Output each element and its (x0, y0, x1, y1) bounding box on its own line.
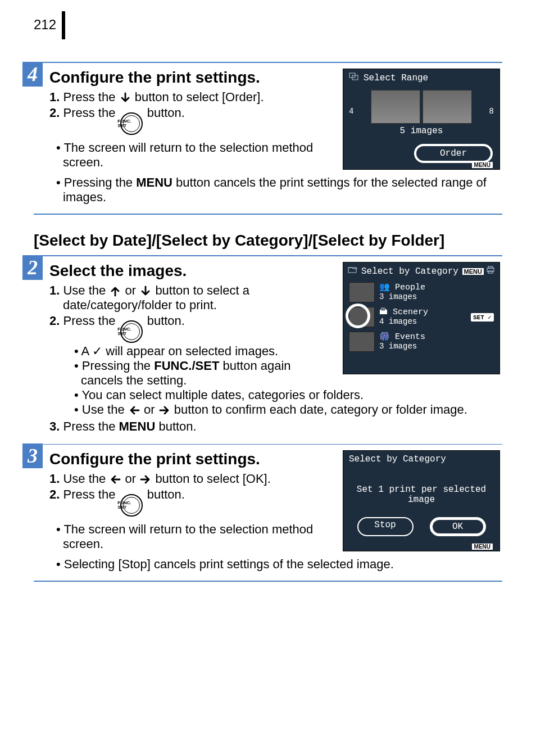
step-2-line-3: 3. Press the MENU button. (49, 419, 500, 434)
text: Use the (63, 283, 106, 297)
text: Use the (63, 472, 106, 486)
svg-rect-4 (488, 266, 493, 268)
category-name: Scenery (393, 307, 428, 317)
image-count: 5 images (343, 125, 499, 141)
text: button. (147, 314, 185, 328)
menu-indicator: MENU (472, 162, 493, 168)
menu-indicator: MENU (472, 544, 493, 550)
arrow-left-icon (109, 473, 121, 486)
stop-button[interactable]: Stop (357, 517, 414, 536)
thumbnail (423, 90, 472, 124)
category-row-events[interactable]: 🎆 Events 3 images (343, 329, 499, 354)
stop-button-label: Stop (374, 520, 396, 530)
arrow-right-icon (158, 404, 171, 417)
text: • Pressing the (56, 175, 136, 189)
category-row-scenery[interactable]: 🏔 Scenery 4 images SET ✓ (343, 305, 499, 329)
step-3-number: 3 (22, 443, 43, 468)
arrow-down-icon (119, 92, 131, 104)
num-label: 1. (49, 472, 60, 486)
text: button to select [Order]. (135, 90, 264, 104)
num-label: 2. (49, 314, 60, 328)
camera-screen-select-by-category: Select by Category MENU 👥 People (343, 262, 500, 374)
print-icon (486, 266, 495, 277)
num-label: 1. (49, 283, 60, 297)
page-number-block: 212 (34, 17, 502, 39)
category-icon (348, 266, 358, 277)
set-label: SET (473, 314, 484, 321)
people-icon: 👥 (379, 283, 395, 292)
step-2-line-2: 2. Press the FUNC.SET button. (49, 314, 334, 343)
bold-text: FUNC./SET (154, 359, 219, 373)
camera-screen-confirm: Select by Category Set 1 print per selec… (343, 450, 500, 551)
range-start-index: 4 (349, 107, 353, 116)
func-set-icon: FUNC.SET (120, 112, 143, 135)
text: button to confirm each date, category or… (174, 402, 467, 417)
step-3-line-1: 1. Use the or button to select [OK]. (49, 472, 334, 486)
step-3-line-2: 2. Press the FUNC.SET button. (49, 487, 334, 517)
category-count: 3 images (379, 293, 494, 301)
thumbnail (371, 90, 420, 124)
text: or (144, 402, 155, 417)
category-row-people[interactable]: 👥 People 3 images (343, 280, 499, 305)
step-2-sub-4: • Use the or button to confirm each date… (73, 402, 500, 417)
range-end-index: 8 (489, 107, 494, 116)
arrow-down-icon (139, 285, 152, 297)
func-set-icon: FUNC.SET (120, 320, 143, 343)
category-name: People (395, 283, 425, 292)
step-2: 2 Select the images. 1. Use the or (34, 255, 502, 444)
text: Press the (63, 106, 115, 120)
step-3-title: Configure the print settings. (49, 450, 334, 468)
text: or (125, 283, 137, 297)
text: button to select [OK]. (155, 472, 270, 486)
step-3-note-1: • The screen will return to the selectio… (53, 522, 334, 551)
order-button-label: Order (440, 148, 467, 159)
text: Press the (63, 487, 115, 501)
step-4-line-2: 2. Press the FUNC.SET button. (49, 106, 334, 135)
step-3: 3 Configure the print settings. 1. Use t… (34, 444, 502, 582)
text: Press the (63, 314, 115, 328)
step-2-number: 2 (22, 255, 43, 280)
num-label: 2. (49, 487, 60, 501)
num-label: 3. (49, 419, 60, 433)
category-count: 3 images (379, 342, 494, 351)
step-4: 4 Configure the print settings. 1. Press… (34, 62, 502, 215)
order-button[interactable]: Order (414, 144, 493, 163)
text: button. (155, 419, 196, 433)
func-set-icon: FUNC.SET (120, 494, 143, 517)
step-4-title: Configure the print settings. (49, 69, 334, 87)
text: Press the (63, 419, 119, 433)
scenery-icon: 🏔 (379, 307, 393, 317)
text: Press the (63, 90, 115, 104)
category-name: Events (395, 332, 425, 342)
highlight-circle-icon (346, 304, 370, 328)
text: button. (147, 106, 185, 120)
camera-title: Select by Category (349, 454, 446, 464)
step-2-sub-2: • Pressing the FUNC./SET button again ca… (73, 359, 334, 388)
camera-screen-select-range: Select Range 4 8 5 images Order MEN (343, 69, 500, 170)
select-range-icon (349, 73, 359, 83)
text: button. (147, 487, 185, 501)
thumbnail (349, 332, 375, 352)
thumbnail (349, 282, 375, 302)
ok-button[interactable]: OK (430, 517, 486, 536)
num-label: 2. (49, 106, 60, 120)
arrow-left-icon (128, 404, 140, 417)
set-check-badge: SET ✓ (471, 313, 494, 322)
section-title: [Select by Date]/[Select by Category]/[S… (34, 232, 502, 250)
step-2-sub-1: • A ✓ will appear on selected images. (73, 344, 334, 359)
step-4-note-1: • The screen will return to the selectio… (53, 141, 334, 170)
category-count: 4 images (379, 318, 466, 326)
step-2-line-1: 1. Use the or button to select a date/ca… (49, 283, 334, 313)
arrow-up-icon (109, 285, 121, 297)
events-icon: 🎆 (379, 332, 395, 342)
camera-title: Select Range (364, 73, 428, 83)
bold-text: MENU (119, 419, 156, 433)
num-label: 1. (49, 90, 60, 104)
bold-text: MENU (136, 175, 172, 189)
text: or (125, 472, 137, 486)
confirm-message: Set 1 print per selected image (349, 485, 494, 505)
text: • Pressing the (74, 359, 154, 373)
step-3-note-2: • Selecting [Stop] cancels print setting… (53, 557, 500, 572)
text: • Use the (74, 402, 125, 417)
ok-button-label: OK (452, 522, 463, 532)
